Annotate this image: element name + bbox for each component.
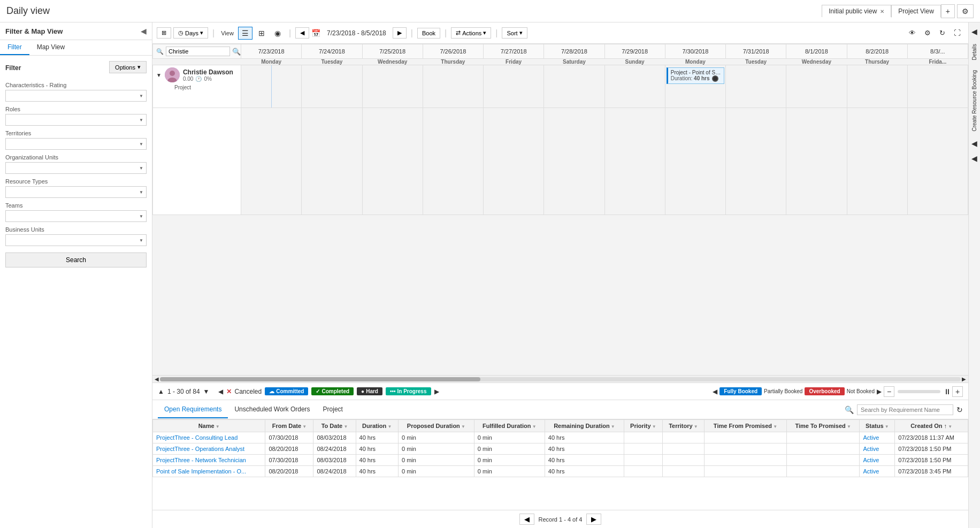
grid-view-button[interactable]: ⊞ [157, 27, 171, 39]
horizontal-scrollbar[interactable]: ◀ ▶ [152, 375, 968, 382]
booking-block[interactable]: Project - Point of Sale Implemer Duratio… [667, 67, 724, 84]
col-name[interactable]: Name [153, 420, 265, 432]
actions-button[interactable]: ⇄ Actions ▾ [451, 27, 491, 39]
empty-cal-cell-7-31[interactable] [726, 108, 786, 215]
req-search-input[interactable] [857, 404, 953, 415]
cal-cell-8-1[interactable] [786, 65, 847, 108]
empty-cal-cell-7-23[interactable] [241, 108, 302, 215]
cal-cell-7-25[interactable] [362, 65, 423, 108]
sidebar-collapse-icon2[interactable]: ◀ [970, 152, 979, 164]
cal-cell-7-30[interactable]: Project - Point of Sale Implemer Duratio… [665, 65, 725, 108]
status-link[interactable]: Active [863, 434, 879, 441]
calendar-scroll[interactable]: 🔍 🔍 7/23/2018 7/24/2018 7/25/2018 7/26/2… [152, 44, 968, 375]
cal-cell-7-23[interactable] [241, 65, 302, 108]
booking-status-next-icon[interactable]: ▶ [877, 388, 882, 395]
options-button[interactable]: Options ▾ [109, 61, 147, 73]
tab-project-view[interactable]: Project View [891, 5, 940, 18]
prev-date-button[interactable]: ◀ [295, 27, 309, 39]
empty-cal-cell-7-29[interactable] [604, 108, 665, 215]
search-go-icon[interactable]: 🔍 [232, 48, 241, 56]
table-view-icon[interactable]: ⊞ [255, 27, 269, 40]
empty-cal-cell-7-28[interactable] [544, 108, 604, 215]
zoom-in-button[interactable]: + [952, 386, 963, 397]
cal-cell-7-29[interactable] [604, 65, 665, 108]
empty-cal-cell-8-2[interactable] [847, 108, 907, 215]
scroll-right-arrow[interactable]: ▶ [962, 376, 966, 382]
col-time-to-promised[interactable]: Time To Promised [786, 420, 859, 432]
empty-cal-cell-7-27[interactable] [484, 108, 544, 215]
empty-cal-cell-7-24[interactable] [302, 108, 362, 215]
col-to-date[interactable]: To Date [313, 420, 356, 432]
req-tab-unscheduled-work-orders[interactable]: Unscheduled Work Orders [228, 401, 316, 418]
empty-cal-cell-7-26[interactable] [423, 108, 483, 215]
list-view-icon[interactable]: ☰ [238, 27, 252, 40]
col-created-on[interactable]: Created On ↑ [895, 420, 968, 432]
pagination-prev-button[interactable]: ◀ [519, 514, 534, 525]
col-duration[interactable]: Duration [356, 420, 398, 432]
req-name-link[interactable]: Point of Sale Implementation - O... [156, 468, 246, 475]
col-territory[interactable]: Territory [662, 420, 704, 432]
sidebar-collapse-left-icon[interactable]: ◀ [970, 26, 979, 37]
days-button[interactable]: ◷ Days ▾ [173, 27, 208, 39]
req-name-link[interactable]: ProjectThree - Network Technician [156, 457, 246, 463]
eye-icon[interactable]: 👁 [906, 27, 919, 39]
cal-cell-8-2[interactable] [847, 65, 907, 108]
col-proposed-duration[interactable]: Proposed Duration [398, 420, 474, 432]
refresh-icon[interactable]: ↻ [936, 27, 948, 39]
col-status[interactable]: Status [860, 420, 895, 432]
scroll-thumb[interactable] [160, 377, 480, 381]
req-refresh-icon[interactable]: ↻ [956, 405, 963, 414]
settings-icon[interactable]: ⚙ [957, 4, 974, 18]
cal-cell-7-31[interactable] [726, 65, 786, 108]
req-search-icon[interactable]: 🔍 [845, 405, 854, 414]
empty-cal-cell-7-25[interactable] [362, 108, 423, 215]
expand-icon[interactable]: ⛶ [951, 27, 964, 39]
collapse-row-icon[interactable]: ▼ [156, 72, 162, 78]
settings-icon[interactable]: ⚙ [921, 27, 934, 39]
col-time-from-promised[interactable]: Time From Promised [705, 420, 787, 432]
business-units-select[interactable] [5, 234, 147, 246]
resource-search-input[interactable] [166, 47, 230, 56]
filter-tab-map-view[interactable]: Map View [29, 40, 72, 55]
scroll-left-arrow[interactable]: ◀ [155, 376, 159, 382]
details-label[interactable]: Details [970, 41, 979, 64]
cal-cell-8-3[interactable] [907, 65, 968, 108]
empty-cal-cell-8-3[interactable] [907, 108, 968, 215]
col-fulfilled-duration[interactable]: Fulfilled Duration [474, 420, 545, 432]
roles-select[interactable] [5, 114, 147, 126]
add-tab-button[interactable]: + [941, 4, 955, 18]
globe-view-icon[interactable]: ◉ [271, 27, 285, 40]
col-remaining-duration[interactable]: Remaining Duration [545, 420, 624, 432]
close-icon[interactable]: ✕ [880, 9, 884, 14]
col-from-date[interactable]: From Date [265, 420, 313, 432]
req-tab-project[interactable]: Project [317, 401, 349, 418]
sort-button[interactable]: Sort ▾ [502, 27, 527, 39]
resource-types-select[interactable] [5, 186, 147, 198]
status-link[interactable]: Active [863, 446, 879, 452]
booking-status-prev-icon[interactable]: ◀ [713, 388, 717, 395]
calendar-icon[interactable]: 📅 [311, 29, 320, 37]
teams-select[interactable] [5, 210, 147, 222]
req-name-link[interactable]: ProjectThree - Operations Analyst [156, 446, 244, 452]
filter-tab-filter[interactable]: Filter [0, 40, 29, 55]
characteristics-rating-select[interactable] [5, 90, 147, 102]
cal-cell-7-28[interactable] [544, 65, 604, 108]
expand-up-icon[interactable]: ▲ [158, 388, 164, 395]
cal-cell-7-26[interactable] [423, 65, 483, 108]
create-resource-booking-label[interactable]: Create Resource Booking [970, 67, 979, 135]
pagination-next-icon[interactable]: ▶ [434, 388, 439, 395]
search-button[interactable]: Search [5, 252, 147, 267]
collapse-panel-icon[interactable]: ◀ [141, 27, 147, 35]
search-icon[interactable]: 🔍 [156, 48, 164, 55]
territories-select[interactable] [5, 138, 147, 150]
pagination-next-button[interactable]: ▶ [586, 514, 601, 525]
pause-icon[interactable]: ⏸ [944, 387, 951, 396]
org-units-select[interactable] [5, 162, 147, 174]
req-name-link[interactable]: ProjectThree - Consulting Lead [156, 434, 238, 441]
next-date-button[interactable]: ▶ [393, 27, 407, 39]
expand-down-icon[interactable]: ▼ [203, 388, 210, 395]
sidebar-expand-right-icon[interactable]: ◀ [970, 137, 979, 149]
cal-cell-7-27[interactable] [484, 65, 544, 108]
zoom-out-button[interactable]: − [884, 386, 894, 397]
status-link[interactable]: Active [863, 457, 879, 463]
